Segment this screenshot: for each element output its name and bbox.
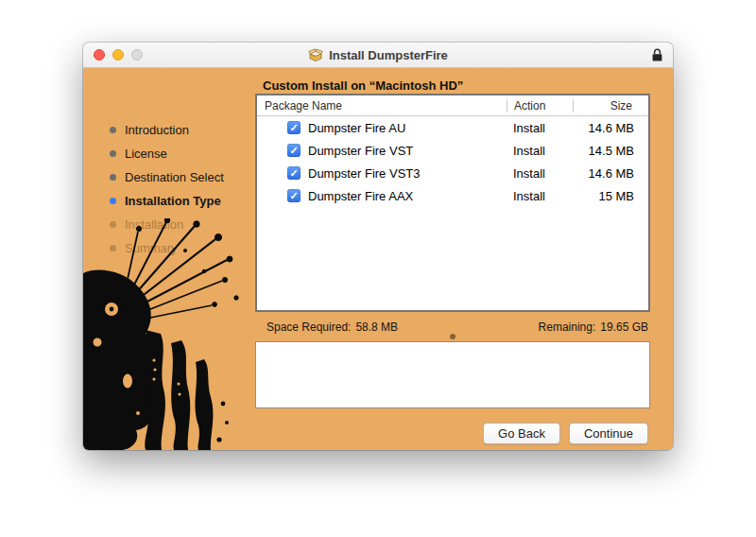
checkbox-checked-icon[interactable] bbox=[287, 121, 301, 134]
space-required-label: Space Required: bbox=[266, 320, 351, 334]
remaining-label: Remaining: bbox=[539, 320, 596, 334]
space-status-row: Space Required: 58.8 MB Remaining: 19.65… bbox=[255, 320, 650, 334]
column-header-size: Size bbox=[573, 99, 648, 113]
step-introduction: Introduction bbox=[110, 118, 224, 142]
step-bullet-icon bbox=[110, 174, 116, 181]
continue-button[interactable]: Continue bbox=[569, 423, 648, 444]
package-size: 15 MB bbox=[573, 189, 648, 203]
space-required-value: 58.8 MB bbox=[355, 320, 398, 334]
footer-buttons: Go Back Continue bbox=[83, 423, 648, 444]
install-steps-list: Introduction License Destination Select … bbox=[110, 118, 224, 260]
column-header-package-name: Package Name bbox=[257, 99, 507, 113]
step-bullet-icon bbox=[110, 221, 116, 228]
checkbox-checked-icon[interactable] bbox=[287, 144, 301, 157]
zoom-button-disabled bbox=[131, 49, 143, 61]
package-action: Install bbox=[507, 144, 573, 158]
title-bar[interactable]: Install DumpsterFire bbox=[83, 43, 673, 68]
package-size: 14.6 MB bbox=[573, 121, 648, 135]
window-title-text: Install DumpsterFire bbox=[329, 48, 448, 62]
go-back-button[interactable]: Go Back bbox=[483, 423, 560, 444]
installer-content: Introduction License Destination Select … bbox=[83, 68, 673, 450]
package-size: 14.6 MB bbox=[573, 166, 648, 181]
package-size: 14.5 MB bbox=[573, 144, 648, 158]
step-installation: Installation bbox=[110, 213, 224, 236]
package-action: Install bbox=[507, 121, 573, 135]
package-name: Dumpster Fire VST bbox=[308, 144, 413, 158]
step-label: Introduction bbox=[125, 123, 189, 137]
step-bullet-icon bbox=[110, 198, 116, 204]
step-bullet-icon bbox=[110, 245, 116, 251]
step-bullet-icon bbox=[110, 150, 116, 157]
table-row[interactable]: Dumpster Fire AAX Install 15 MB bbox=[257, 184, 648, 207]
table-row[interactable]: Dumpster Fire VST Install 14.5 MB bbox=[257, 139, 648, 162]
close-button[interactable] bbox=[94, 49, 105, 61]
table-row[interactable]: Dumpster Fire AU Install 14.6 MB bbox=[257, 116, 648, 139]
minimize-button[interactable] bbox=[112, 49, 124, 61]
package-table: Package Name Action Size Dumpster Fire A… bbox=[255, 94, 650, 312]
traffic-lights bbox=[94, 49, 143, 61]
package-action: Install bbox=[507, 189, 573, 203]
splitter-handle[interactable] bbox=[450, 334, 455, 339]
step-destination-select: Destination Select bbox=[110, 165, 224, 189]
step-installation-type: Installation Type bbox=[110, 189, 224, 213]
column-header-action: Action bbox=[507, 99, 573, 113]
page-title: Custom Install on “Macintosh HD” bbox=[263, 78, 463, 93]
installer-window: Install DumpsterFire bbox=[83, 43, 673, 450]
step-license: License bbox=[110, 142, 224, 165]
package-name: Dumpster Fire AU bbox=[308, 121, 405, 135]
step-bullet-icon bbox=[110, 127, 116, 133]
table-row[interactable]: Dumpster Fire VST3 Install 14.6 MB bbox=[257, 162, 648, 184]
step-label: Installation bbox=[125, 217, 183, 232]
package-description-box bbox=[255, 341, 650, 408]
step-label: License bbox=[125, 147, 167, 161]
installer-package-icon bbox=[308, 47, 323, 62]
step-label: Installation Type bbox=[125, 194, 221, 208]
package-action: Install bbox=[507, 166, 573, 181]
step-summary: Summary bbox=[110, 236, 224, 260]
package-name: Dumpster Fire VST3 bbox=[308, 166, 420, 181]
lock-icon bbox=[651, 48, 663, 66]
window-title: Install DumpsterFire bbox=[308, 47, 448, 62]
step-label: Destination Select bbox=[125, 170, 224, 184]
checkbox-checked-icon[interactable] bbox=[287, 189, 301, 202]
table-header: Package Name Action Size bbox=[257, 95, 648, 116]
step-label: Summary bbox=[125, 241, 178, 255]
checkbox-checked-icon[interactable] bbox=[287, 166, 301, 180]
remaining-value: 19.65 GB bbox=[600, 320, 648, 334]
package-name: Dumpster Fire AAX bbox=[308, 189, 413, 203]
